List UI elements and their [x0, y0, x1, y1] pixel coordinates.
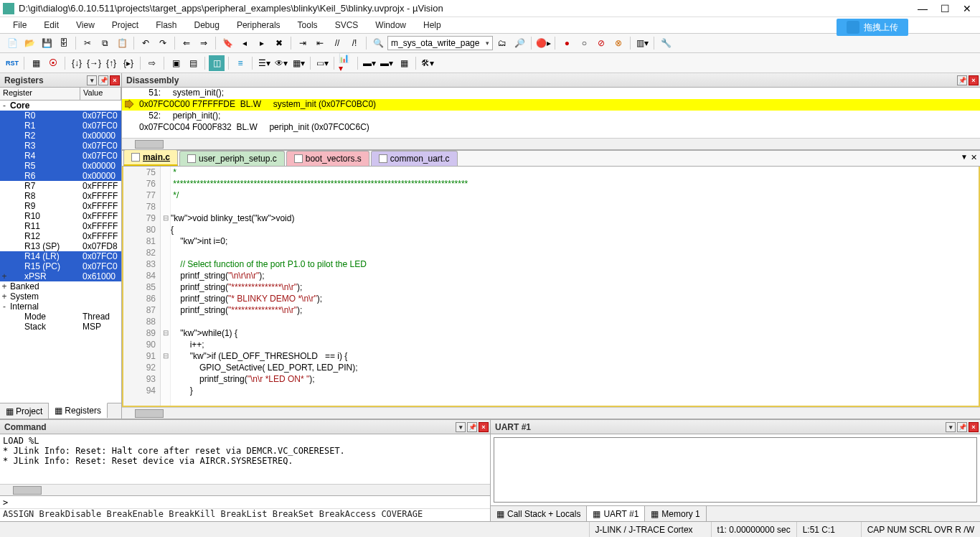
- register-row[interactable]: +System: [0, 291, 121, 302]
- editor-tab[interactable]: user_periph_setup.c: [179, 151, 285, 166]
- upload-button[interactable]: 拖拽上传: [837, 19, 908, 36]
- panel-close-button[interactable]: ×: [479, 422, 489, 432]
- fold-gutter[interactable]: ⊟⊟⊟: [161, 167, 171, 406]
- panel-pin-button[interactable]: 📌: [957, 75, 967, 85]
- uncomment-button[interactable]: /!: [347, 35, 362, 51]
- bookmark-next-button[interactable]: ▸: [254, 35, 270, 51]
- register-row[interactable]: -Internal: [0, 302, 121, 312]
- find-combo[interactable]: m_sys_ota_write_page: [387, 36, 493, 50]
- register-row[interactable]: R50x00000: [0, 161, 121, 171]
- code-line[interactable]: {: [171, 224, 979, 235]
- command-input[interactable]: [11, 497, 490, 508]
- editor-body[interactable]: 7576777879808182838485868788899091929394…: [122, 167, 980, 407]
- symbols-button[interactable]: ◫: [209, 55, 225, 71]
- code-line[interactable]: */: [171, 190, 979, 201]
- code-line[interactable]: GPIO_SetActive( LED_PORT, LED_PIN);: [171, 362, 979, 373]
- trace-button-3[interactable]: ▦: [396, 55, 412, 71]
- stop-button[interactable]: ⦿: [45, 55, 61, 71]
- menu-help[interactable]: Help: [416, 19, 448, 32]
- register-row[interactable]: R110xFFFFF: [0, 221, 121, 231]
- code-line[interactable]: "kw">while(1) {: [171, 327, 979, 339]
- register-row[interactable]: ModeThread: [0, 312, 121, 322]
- bookmark-button[interactable]: 🔖: [220, 35, 235, 51]
- menu-view[interactable]: View: [69, 19, 102, 32]
- panel-close-button[interactable]: ×: [110, 75, 120, 85]
- panel-pin-button[interactable]: 📌: [98, 75, 108, 85]
- register-row[interactable]: -Core: [0, 101, 121, 111]
- code-line[interactable]: *: [171, 167, 979, 178]
- callstack-button[interactable]: ☰▾: [256, 55, 272, 71]
- paste-button[interactable]: 📋: [114, 35, 130, 51]
- menu-peripherals[interactable]: Peripherals: [230, 19, 288, 32]
- find-button[interactable]: 🔍: [370, 35, 386, 51]
- register-row[interactable]: R120xFFFFF: [0, 231, 121, 241]
- menu-project[interactable]: Project: [105, 19, 146, 32]
- minimize-button[interactable]: —: [918, 3, 928, 14]
- maximize-button[interactable]: ☐: [941, 3, 950, 14]
- window-layout-button[interactable]: ▥▾: [634, 35, 650, 51]
- register-row[interactable]: R70xFFFFF: [0, 181, 121, 191]
- panel-menu-button[interactable]: ▾: [456, 422, 466, 432]
- code-line[interactable]: "kw">void blinky_test("kw">void): [171, 213, 979, 224]
- command-window-button[interactable]: ▣: [168, 55, 184, 71]
- editor-scrollbar[interactable]: [122, 407, 980, 419]
- undo-button[interactable]: ↶: [138, 35, 154, 51]
- memory-button[interactable]: ▦▾: [291, 55, 306, 71]
- code-line[interactable]: }: [171, 385, 979, 396]
- editor-tab[interactable]: common_uart.c: [371, 151, 458, 166]
- breakpoint-disable-button[interactable]: ○: [576, 35, 592, 51]
- code-line[interactable]: printf_string("\n\r\n\r");: [171, 270, 979, 281]
- nav-forward-button[interactable]: ⇒: [196, 35, 212, 51]
- save-all-button[interactable]: 🗄: [56, 35, 72, 51]
- new-file-button[interactable]: 📄: [4, 35, 20, 51]
- code-line[interactable]: "kw">if (LED_OFF_THRESHOLD == i) {: [171, 350, 979, 362]
- register-row[interactable]: R15 (PC)0x07FC0: [0, 261, 121, 271]
- register-row[interactable]: R40x07FC0: [0, 151, 121, 161]
- code-line[interactable]: printf_string("***************\n\r");: [171, 281, 979, 293]
- registers-button[interactable]: ≡: [232, 55, 248, 71]
- panel-pin-button[interactable]: 📌: [957, 422, 967, 432]
- debug-start-button[interactable]: 🔴▸: [535, 35, 551, 51]
- panel-pin-button[interactable]: 📌: [467, 422, 477, 432]
- code-line[interactable]: [171, 201, 979, 213]
- menu-flash[interactable]: Flash: [149, 19, 184, 32]
- panel-menu-button[interactable]: ▾: [87, 75, 97, 85]
- disassembly-body[interactable]: 51: system_init();0x07FC0C00 F7FFFFDE BL…: [122, 88, 980, 138]
- left-tab-registers[interactable]: ▦Registers: [49, 403, 108, 418]
- command-scrollbar[interactable]: [0, 484, 490, 495]
- menu-file[interactable]: File: [6, 19, 34, 32]
- bottom-tab[interactable]: ▦UART #1: [587, 506, 645, 521]
- configure-button[interactable]: 🔧: [658, 35, 674, 51]
- outdent-button[interactable]: ⇤: [312, 35, 328, 51]
- panel-menu-button[interactable]: ▾: [946, 422, 956, 432]
- disasm-window-button[interactable]: ▤: [185, 55, 201, 71]
- code-line[interactable]: "kw">int i=0;: [171, 235, 979, 247]
- editor-tab[interactable]: main.c: [123, 149, 178, 166]
- indent-button[interactable]: ⇥: [295, 35, 311, 51]
- bottom-tab[interactable]: ▦Call Stack + Locals: [491, 506, 587, 521]
- show-next-button[interactable]: ⇨: [144, 55, 160, 71]
- register-row[interactable]: +Banked: [0, 281, 121, 291]
- run-button[interactable]: ▦: [28, 55, 44, 71]
- nav-back-button[interactable]: ⇐: [179, 35, 194, 51]
- step-out-button[interactable]: {↑}: [103, 55, 119, 71]
- watch-button[interactable]: 👁▾: [273, 55, 289, 71]
- code-line[interactable]: [171, 247, 979, 258]
- code-line[interactable]: i++;: [171, 339, 979, 350]
- register-row[interactable]: +xPSR0x61000: [0, 271, 121, 281]
- close-button[interactable]: ✕: [963, 3, 971, 14]
- reset-button[interactable]: RST: [4, 55, 20, 71]
- bottom-tab[interactable]: ▦Memory 1: [645, 506, 706, 521]
- incremental-find-button[interactable]: 🔎: [512, 35, 527, 51]
- register-row[interactable]: R13 (SP)0x07FD8: [0, 241, 121, 251]
- bookmark-prev-button[interactable]: ◂: [237, 35, 253, 51]
- bookmark-clear-button[interactable]: ✖: [271, 35, 287, 51]
- redo-button[interactable]: ↷: [155, 35, 171, 51]
- code-area[interactable]: * **************************************…: [171, 167, 979, 406]
- code-line[interactable]: [171, 316, 979, 327]
- save-button[interactable]: 💾: [39, 35, 55, 51]
- register-row[interactable]: R100xFFFFF: [0, 211, 121, 221]
- register-row[interactable]: R80xFFFFF: [0, 191, 121, 201]
- breakpoint-killall-button[interactable]: ⊗: [611, 35, 626, 51]
- register-row[interactable]: StackMSP: [0, 322, 121, 332]
